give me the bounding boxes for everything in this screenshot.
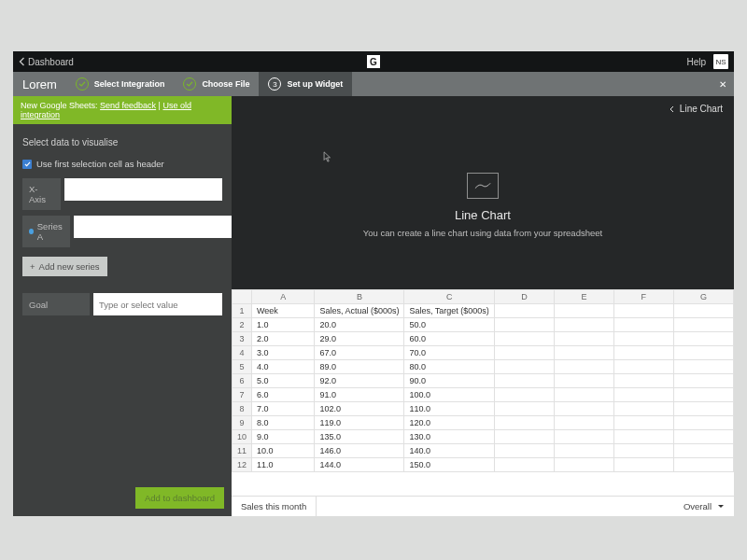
- close-button[interactable]: ✕: [719, 79, 726, 90]
- row-header[interactable]: 7: [233, 388, 252, 402]
- step-set-up-widget[interactable]: 3 Set up Widget: [259, 72, 352, 96]
- cell[interactable]: [613, 458, 673, 472]
- cell[interactable]: 102.0: [315, 402, 404, 416]
- cell[interactable]: [613, 388, 673, 402]
- cell[interactable]: [494, 374, 554, 388]
- column-header[interactable]: E: [554, 290, 613, 304]
- cell[interactable]: 150.0: [404, 458, 494, 472]
- add-to-dashboard-button[interactable]: Add to dashboard: [135, 487, 224, 509]
- cell[interactable]: 144.0: [315, 458, 404, 472]
- cell[interactable]: [613, 402, 673, 416]
- cell[interactable]: 50.0: [404, 318, 494, 332]
- cell[interactable]: [613, 374, 673, 388]
- cell[interactable]: 90.0: [404, 374, 494, 388]
- cell[interactable]: [554, 458, 613, 472]
- row-header[interactable]: 12: [233, 458, 252, 472]
- cell[interactable]: [613, 360, 673, 374]
- cell[interactable]: [554, 304, 613, 318]
- cell[interactable]: [554, 332, 613, 346]
- cell[interactable]: [613, 304, 673, 318]
- cell[interactable]: [554, 360, 613, 374]
- cell[interactable]: 6.0: [252, 388, 315, 402]
- cell[interactable]: [673, 402, 733, 416]
- cell[interactable]: Sales, Actual ($000s): [315, 304, 404, 318]
- column-header[interactable]: D: [494, 290, 554, 304]
- cell[interactable]: 80.0: [404, 360, 494, 374]
- cell[interactable]: 119.0: [315, 416, 404, 430]
- cell[interactable]: 1.0: [252, 318, 315, 332]
- cell[interactable]: [673, 388, 733, 402]
- add-series-button[interactable]: + Add new series: [22, 257, 107, 276]
- cell[interactable]: [554, 374, 613, 388]
- cell[interactable]: [673, 332, 733, 346]
- cell[interactable]: 91.0: [315, 388, 404, 402]
- cell[interactable]: 120.0: [404, 416, 494, 430]
- cell[interactable]: [613, 430, 673, 444]
- row-header[interactable]: 2: [233, 318, 252, 332]
- cell[interactable]: 7.0: [252, 402, 315, 416]
- row-header[interactable]: 10: [233, 430, 252, 444]
- cell[interactable]: [554, 318, 613, 332]
- row-header[interactable]: 1: [233, 304, 252, 318]
- cell[interactable]: Sales, Target ($000s): [404, 304, 494, 318]
- row-header[interactable]: 5: [233, 360, 252, 374]
- cell[interactable]: [494, 360, 554, 374]
- back-to-dashboard[interactable]: Dashboard: [19, 57, 74, 67]
- column-header[interactable]: G: [673, 290, 733, 304]
- column-header[interactable]: B: [315, 290, 404, 304]
- xaxis-input[interactable]: [64, 178, 222, 201]
- cell[interactable]: 70.0: [404, 346, 494, 360]
- cell[interactable]: [554, 430, 613, 444]
- cell[interactable]: [673, 430, 733, 444]
- step-choose-file[interactable]: Choose File: [174, 72, 259, 96]
- cell[interactable]: Week: [252, 304, 315, 318]
- cell[interactable]: 4.0: [252, 360, 315, 374]
- cell[interactable]: [613, 416, 673, 430]
- cell[interactable]: 5.0: [252, 374, 315, 388]
- cell[interactable]: [673, 318, 733, 332]
- cell[interactable]: [613, 318, 673, 332]
- cell[interactable]: [673, 416, 733, 430]
- row-header[interactable]: 6: [233, 374, 252, 388]
- cell[interactable]: 135.0: [315, 430, 404, 444]
- cell[interactable]: 60.0: [404, 332, 494, 346]
- cell[interactable]: [613, 346, 673, 360]
- cell[interactable]: [673, 304, 733, 318]
- cell[interactable]: [494, 458, 554, 472]
- cell[interactable]: 20.0: [315, 318, 404, 332]
- avatar[interactable]: NS: [713, 54, 728, 69]
- cell[interactable]: [554, 388, 613, 402]
- cell[interactable]: [494, 332, 554, 346]
- cell[interactable]: 92.0: [315, 374, 404, 388]
- cell[interactable]: [494, 444, 554, 458]
- cell[interactable]: 146.0: [315, 444, 404, 458]
- cell[interactable]: 100.0: [404, 388, 494, 402]
- cell[interactable]: [673, 374, 733, 388]
- cell[interactable]: [673, 444, 733, 458]
- cell[interactable]: [494, 388, 554, 402]
- cell[interactable]: [613, 444, 673, 458]
- cell[interactable]: 130.0: [404, 430, 494, 444]
- cell[interactable]: [494, 430, 554, 444]
- send-feedback-link[interactable]: Send feedback: [100, 101, 156, 110]
- row-header[interactable]: 8: [233, 402, 252, 416]
- cell[interactable]: 8.0: [252, 416, 315, 430]
- cell[interactable]: [494, 318, 554, 332]
- cell[interactable]: 3.0: [252, 346, 315, 360]
- cell[interactable]: 2.0: [252, 332, 315, 346]
- column-header[interactable]: C: [404, 290, 494, 304]
- cell[interactable]: 140.0: [404, 444, 494, 458]
- use-header-checkbox[interactable]: Use first selection cell as header: [22, 159, 222, 169]
- cell[interactable]: [554, 444, 613, 458]
- cell[interactable]: [554, 416, 613, 430]
- cell[interactable]: [554, 346, 613, 360]
- cell[interactable]: 67.0: [315, 346, 404, 360]
- breadcrumb[interactable]: Line Chart: [232, 96, 734, 121]
- cell[interactable]: [613, 332, 673, 346]
- cell[interactable]: 29.0: [315, 332, 404, 346]
- cell[interactable]: [494, 346, 554, 360]
- cell[interactable]: [673, 346, 733, 360]
- sheet-tab[interactable]: Sales this month: [232, 497, 317, 516]
- cell[interactable]: 9.0: [252, 430, 315, 444]
- cell[interactable]: [494, 416, 554, 430]
